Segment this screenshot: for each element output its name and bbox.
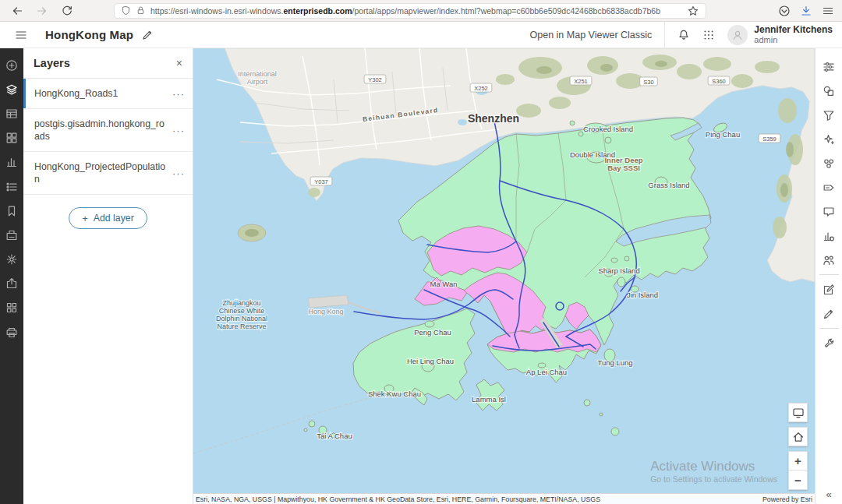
road-shield: X252 bbox=[470, 83, 492, 92]
map-properties-icon bbox=[5, 253, 18, 266]
map-label: Hei Ling Chau bbox=[407, 357, 454, 365]
labels-icon bbox=[823, 182, 835, 194]
add-layer-button[interactable]: + Add layer bbox=[69, 207, 147, 229]
toolbar-share-button[interactable] bbox=[3, 275, 20, 292]
svg-text:S30: S30 bbox=[643, 79, 653, 86]
right-toolbar: « bbox=[815, 48, 842, 504]
lock-icon bbox=[136, 5, 146, 16]
user-name: Jennifer Kitchens bbox=[754, 25, 833, 35]
url-bar[interactable]: https://esri-windows-in.esri-windows.ent… bbox=[114, 3, 706, 19]
road-shield: S30 bbox=[640, 77, 658, 86]
layer-item[interactable]: postgis.gisadmin.hongkong_roads··· bbox=[23, 109, 193, 152]
toolbar-map-properties-button[interactable] bbox=[3, 251, 20, 268]
svg-text:S359: S359 bbox=[762, 136, 777, 143]
layer-list: HongKong_Roads1···postgis.gisadmin.hongk… bbox=[23, 79, 193, 195]
toolbar-bookmarks-button[interactable] bbox=[3, 203, 20, 220]
road-shield: S359 bbox=[759, 134, 780, 143]
toolbar-popups-button[interactable] bbox=[820, 203, 837, 220]
avatar bbox=[727, 25, 748, 45]
toolbar-save-button[interactable] bbox=[3, 227, 20, 244]
measure-icon bbox=[823, 337, 835, 350]
layer-item[interactable]: HongKong_ProjectedPopulation··· bbox=[23, 152, 193, 195]
map-label: Ping Chau bbox=[706, 130, 740, 139]
toolbar-add-button[interactable] bbox=[3, 57, 20, 74]
map-label: Ma Wan bbox=[430, 280, 457, 288]
downloads-icon[interactable] bbox=[800, 5, 812, 17]
plus-icon: + bbox=[82, 213, 88, 224]
notifications-bell-icon[interactable] bbox=[677, 29, 690, 41]
layers-panel: Layers × HongKong_Roads1···postgis.gisad… bbox=[23, 48, 193, 504]
map-label: Sharp Island bbox=[598, 266, 639, 275]
back-icon[interactable] bbox=[8, 2, 27, 19]
page-title: HongKong Map bbox=[45, 28, 133, 41]
toolbar-legend-button[interactable] bbox=[3, 178, 20, 196]
toolbar-tables-button[interactable] bbox=[3, 105, 20, 122]
toolbar-sharing-button[interactable] bbox=[820, 252, 837, 269]
tables-icon bbox=[5, 107, 18, 120]
toolbar-charts-button[interactable] bbox=[3, 153, 20, 171]
add-icon bbox=[5, 59, 18, 72]
toolbar-sketch-button[interactable] bbox=[820, 305, 837, 322]
close-icon[interactable]: × bbox=[176, 58, 182, 69]
filter-icon bbox=[823, 109, 835, 122]
map-area[interactable]: Y302X252X251S30S360S359Y037 Internationa… bbox=[193, 48, 815, 504]
toolbar-print-button[interactable] bbox=[3, 324, 20, 341]
effects-icon bbox=[823, 133, 835, 146]
map-label: Tai A Chau bbox=[317, 432, 352, 440]
map-label: Peng Chau bbox=[414, 328, 451, 337]
map-attribution: Esri, NASA, NGA, USGS | Mapwithyou, HK G… bbox=[193, 493, 815, 504]
toolbar-measure-button[interactable] bbox=[820, 335, 837, 352]
edit-title-icon[interactable] bbox=[141, 29, 154, 41]
app-launcher-icon[interactable] bbox=[702, 29, 715, 41]
layer-item[interactable]: HongKong_Roads1··· bbox=[23, 79, 193, 109]
charts-icon bbox=[5, 156, 18, 168]
apps-icon bbox=[5, 301, 18, 314]
toolbar-aggregation-button[interactable] bbox=[820, 155, 837, 172]
map-canvas[interactable]: Y302X252X251S30S360S359Y037 Internationa… bbox=[193, 48, 815, 504]
road-shield: X251 bbox=[570, 76, 592, 85]
toolbar-divider bbox=[819, 274, 839, 275]
shield-icon bbox=[121, 5, 131, 16]
toolbar-apps-button[interactable] bbox=[3, 299, 20, 316]
zoom-out-button[interactable]: − bbox=[788, 471, 808, 490]
toolbar-filter-button[interactable] bbox=[820, 107, 837, 124]
print-icon bbox=[5, 326, 18, 339]
properties-icon bbox=[823, 61, 835, 73]
zoom-in-button[interactable]: + bbox=[788, 451, 808, 471]
browser-menu-icon[interactable] bbox=[822, 5, 834, 17]
map-label: Double Island bbox=[570, 150, 615, 159]
svg-text:Y037: Y037 bbox=[314, 178, 328, 185]
toolbar-labels-button[interactable] bbox=[820, 179, 837, 196]
forward-icon[interactable] bbox=[33, 2, 51, 19]
peng-chau-island bbox=[425, 321, 434, 327]
map-label: Ap Lei Chau bbox=[526, 368, 567, 376]
collapse-toolbar-icon[interactable]: « bbox=[826, 488, 831, 500]
menu-icon[interactable] bbox=[12, 26, 30, 44]
map-label: Hong Kong bbox=[308, 308, 343, 315]
screen-overview-button[interactable] bbox=[788, 403, 808, 422]
toolbar-effects-button[interactable] bbox=[820, 131, 837, 148]
layer-options-icon[interactable]: ··· bbox=[172, 88, 185, 100]
toolbar-styles-button[interactable] bbox=[820, 83, 837, 100]
layer-options-icon[interactable]: ··· bbox=[172, 125, 185, 136]
bookmark-star-icon[interactable] bbox=[687, 5, 699, 17]
toolbar-chart-settings-button[interactable] bbox=[820, 227, 837, 245]
toolbar-properties-button[interactable] bbox=[820, 58, 837, 76]
save-icon bbox=[5, 229, 18, 241]
map-label: Shenzhen bbox=[468, 112, 519, 125]
reload-icon[interactable] bbox=[58, 2, 76, 19]
open-classic-link[interactable]: Open in Map Viewer Classic bbox=[530, 30, 653, 41]
aggregation-icon bbox=[823, 157, 835, 170]
toolbar-edit-button[interactable] bbox=[820, 281, 837, 298]
map-label: Shek Kwu Chau bbox=[368, 389, 421, 398]
toolbar-layers-button[interactable] bbox=[3, 81, 20, 98]
home-button[interactable] bbox=[788, 427, 808, 446]
svg-text:X252: X252 bbox=[474, 85, 488, 92]
pocket-icon[interactable] bbox=[778, 5, 791, 17]
layer-name: postgis.gisadmin.hongkong_roads bbox=[34, 118, 172, 143]
bookmarks-icon bbox=[5, 205, 18, 217]
user-menu[interactable]: Jennifer Kitchens admin bbox=[727, 25, 833, 45]
layer-options-icon[interactable]: ··· bbox=[172, 167, 185, 179]
toolbar-basemap-button[interactable] bbox=[3, 129, 20, 146]
header-divider bbox=[664, 22, 665, 48]
